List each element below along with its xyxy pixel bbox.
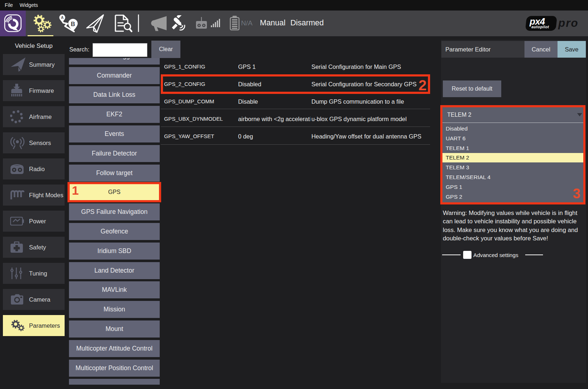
svg-text:B: B xyxy=(71,21,75,27)
svg-text:A: A xyxy=(61,16,64,20)
